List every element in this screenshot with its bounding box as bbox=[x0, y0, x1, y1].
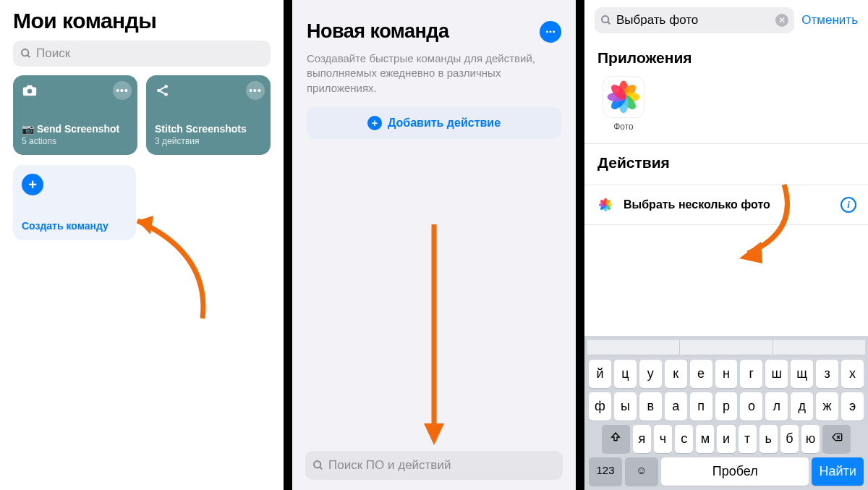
header: Мои команды bbox=[0, 0, 284, 36]
share-icon bbox=[155, 83, 171, 98]
key-э[interactable]: э bbox=[841, 392, 864, 421]
search-icon bbox=[600, 14, 612, 26]
svg-point-2 bbox=[27, 89, 32, 93]
search-field[interactable]: ✕ bbox=[595, 7, 794, 33]
key-ы[interactable]: ы bbox=[614, 392, 637, 421]
svg-marker-11 bbox=[424, 423, 444, 445]
shortcut-card-stitch-screenshots[interactable]: ••• Stitch Screenshots 3 действия bbox=[146, 75, 271, 155]
key-м[interactable]: м bbox=[696, 425, 714, 453]
plus-icon: + bbox=[22, 174, 43, 195]
ellipsis-icon bbox=[545, 26, 556, 38]
key-ф[interactable]: ф bbox=[589, 392, 611, 421]
key-к[interactable]: к bbox=[665, 360, 687, 388]
key-и[interactable]: и bbox=[717, 425, 735, 453]
key-ж[interactable]: ж bbox=[816, 392, 838, 421]
shortcut-card-send-screenshot[interactable]: ••• 📷 Send Screenshot 5 actions bbox=[13, 75, 137, 155]
search-input[interactable] bbox=[616, 13, 775, 28]
svg-point-14 bbox=[602, 16, 608, 22]
info-button[interactable]: i bbox=[841, 197, 856, 213]
svg-point-0 bbox=[22, 49, 28, 56]
add-action-button[interactable]: + Добавить действие bbox=[307, 107, 561, 139]
space-key[interactable]: Пробел bbox=[661, 457, 809, 486]
apps-section-title: Приложения bbox=[584, 39, 868, 72]
key-в[interactable]: в bbox=[639, 392, 662, 421]
emoji-key[interactable]: ☺ bbox=[625, 457, 658, 486]
card-subtitle: 5 actions bbox=[22, 136, 129, 146]
key-щ[interactable]: щ bbox=[791, 360, 813, 388]
keyboard-row: йцукенгшщзх bbox=[589, 360, 864, 388]
key-ч[interactable]: ч bbox=[654, 425, 672, 453]
action-select-multiple-photos[interactable]: Выбрать несколько фото i bbox=[584, 185, 868, 225]
shortcut-grid: ••• 📷 Send Screenshot 5 actions ••• Stit… bbox=[0, 75, 284, 155]
card-title: Stitch Screenshots bbox=[155, 123, 262, 135]
photos-app-icon bbox=[603, 77, 644, 117]
svg-point-7 bbox=[546, 30, 548, 33]
shift-key[interactable] bbox=[602, 425, 630, 453]
shift-icon bbox=[610, 431, 621, 443]
svg-point-8 bbox=[550, 30, 552, 33]
action-search-input[interactable]: Поиск ПО и действий bbox=[305, 451, 563, 480]
clear-search-button[interactable]: ✕ bbox=[775, 14, 788, 27]
backspace-icon bbox=[830, 431, 844, 443]
key-я[interactable]: я bbox=[633, 425, 651, 453]
key-с[interactable]: с bbox=[675, 425, 693, 453]
action-label: Выбрать несколько фото bbox=[624, 198, 832, 211]
search-bar-row: ✕ Отменить bbox=[584, 0, 868, 39]
keyboard-row: ячсмитьбю bbox=[589, 425, 864, 453]
key-н[interactable]: н bbox=[715, 360, 738, 388]
key-е[interactable]: е bbox=[690, 360, 712, 388]
key-з[interactable]: з bbox=[816, 360, 838, 388]
key-х[interactable]: х bbox=[841, 360, 864, 388]
backspace-key[interactable] bbox=[822, 425, 851, 453]
search-icon bbox=[312, 460, 324, 471]
key-а[interactable]: а bbox=[665, 392, 687, 421]
create-shortcut-label: Создать команду bbox=[22, 220, 127, 232]
svg-line-13 bbox=[320, 467, 322, 469]
key-ш[interactable]: ш bbox=[765, 360, 788, 388]
find-key[interactable]: Найти bbox=[812, 457, 864, 486]
key-т[interactable]: т bbox=[739, 425, 757, 453]
card-more-button[interactable]: ••• bbox=[113, 81, 132, 100]
panel-my-shortcuts: Мои команды Поиск ••• 📷 Send Screenshot … bbox=[0, 0, 284, 490]
svg-marker-6 bbox=[137, 216, 153, 235]
panel-new-shortcut: Новая команда Создавайте быстрые команды… bbox=[284, 0, 584, 490]
key-д[interactable]: д bbox=[791, 392, 813, 421]
search-input[interactable]: Поиск bbox=[13, 41, 271, 67]
header: Новая команда bbox=[292, 0, 576, 47]
svg-point-9 bbox=[553, 30, 555, 33]
more-button[interactable] bbox=[540, 21, 561, 43]
card-subtitle: 3 действия bbox=[155, 136, 262, 146]
key-ю[interactable]: ю bbox=[801, 425, 820, 453]
description-text: Создавайте быстрые команды для действий,… bbox=[292, 47, 576, 107]
key-р[interactable]: р bbox=[715, 392, 738, 421]
panel-search-actions: ✕ Отменить Приложения Фото Действия bbox=[584, 0, 868, 490]
suggestion[interactable] bbox=[773, 340, 865, 355]
key-п[interactable]: п bbox=[690, 392, 712, 421]
key-й[interactable]: й bbox=[589, 360, 611, 388]
app-label: Фото bbox=[603, 122, 644, 132]
page-title: Новая команда bbox=[307, 20, 448, 43]
search-placeholder: Поиск bbox=[36, 46, 263, 61]
camera-icon bbox=[22, 83, 38, 98]
search-placeholder: Поиск ПО и действий bbox=[328, 458, 451, 473]
create-shortcut-card[interactable]: + Создать команду bbox=[13, 165, 136, 240]
key-б[interactable]: б bbox=[780, 425, 799, 453]
keyboard-row: фывапролджэ bbox=[589, 392, 864, 421]
suggestion[interactable] bbox=[587, 340, 680, 355]
page-title: Мои команды bbox=[13, 9, 271, 33]
key-у[interactable]: у bbox=[639, 360, 662, 388]
numbers-key[interactable]: 123 bbox=[589, 457, 622, 486]
key-ь[interactable]: ь bbox=[760, 425, 778, 453]
plus-icon: + bbox=[367, 116, 382, 130]
suggestion[interactable] bbox=[680, 340, 773, 355]
svg-point-12 bbox=[314, 461, 320, 468]
cancel-button[interactable]: Отменить bbox=[801, 13, 858, 28]
card-more-button[interactable]: ••• bbox=[246, 81, 265, 100]
app-photos[interactable]: Фото bbox=[603, 77, 644, 132]
key-ц[interactable]: ц bbox=[614, 360, 637, 388]
key-л[interactable]: л bbox=[765, 392, 788, 421]
key-г[interactable]: г bbox=[740, 360, 762, 388]
card-title: 📷 Send Screenshot bbox=[22, 123, 129, 135]
key-о[interactable]: о bbox=[740, 392, 762, 421]
photos-icon bbox=[596, 195, 615, 214]
